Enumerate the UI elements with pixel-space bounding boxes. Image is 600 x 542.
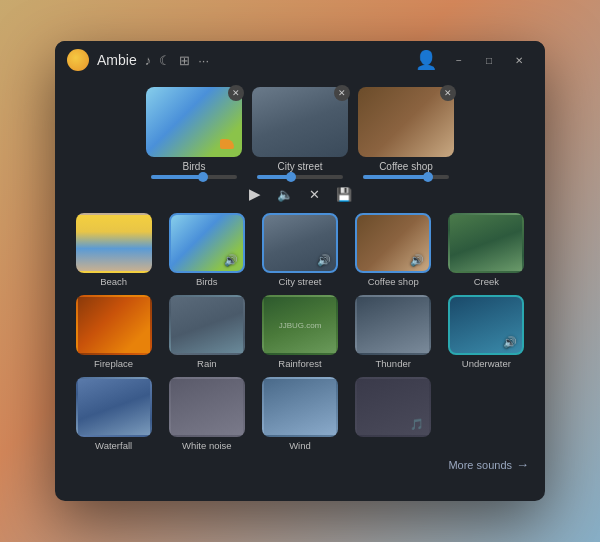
app-name: Ambie <box>97 52 137 68</box>
moon-icon[interactable]: ☾ <box>159 53 171 68</box>
slider-city[interactable] <box>257 175 343 179</box>
close-birds-button[interactable]: ✕ <box>228 85 244 101</box>
more-sounds-row: More sounds → <box>71 457 529 472</box>
app-window: Ambie ♪ ☾ ⊞ ··· 👤 − □ ✕ ✕ Birds <box>55 41 545 501</box>
close-button[interactable]: ✕ <box>505 48 533 72</box>
thumb-wind <box>262 377 338 437</box>
label-city: City street <box>279 276 322 287</box>
thumb-rain <box>169 295 245 355</box>
sound-card-whitenoise[interactable]: White noise <box>164 377 249 451</box>
label-beach: Beach <box>100 276 127 287</box>
thumb-city: 🔊 <box>262 213 338 273</box>
label-rainforest: Rainforest <box>278 358 321 369</box>
label-rain: Rain <box>197 358 217 369</box>
maximize-button[interactable]: □ <box>475 48 503 72</box>
sound-card-creek[interactable]: Creek <box>444 213 529 287</box>
sound-card-rainforest[interactable]: JJBUG.com Rainforest <box>257 295 342 369</box>
label-underwater: Underwater <box>462 358 511 369</box>
thumb-fireplace <box>76 295 152 355</box>
more-arrow-icon[interactable]: → <box>516 457 529 472</box>
thumb-beach <box>76 213 152 273</box>
label-coffee: Coffee shop <box>368 276 419 287</box>
thumb-underwater: 🔊 <box>448 295 524 355</box>
thumb-coffee: 🔊 <box>355 213 431 273</box>
vol-icon-birds: 🔊 <box>224 254 238 267</box>
app-logo <box>67 49 89 71</box>
thumb-waterfall <box>76 377 152 437</box>
sound-grid: Beach 🔊 Birds 🔊 City street 🔊 Coffee sho… <box>71 213 529 451</box>
label-birds: Birds <box>196 276 218 287</box>
active-sounds-section: ✕ Birds ✕ City street <box>71 87 529 179</box>
active-label-birds: Birds <box>183 161 206 172</box>
close-city-button[interactable]: ✕ <box>334 85 350 101</box>
active-thumb-birds <box>146 87 242 157</box>
thumb-rainforest: JJBUG.com <box>262 295 338 355</box>
active-label-city: City street <box>277 161 322 172</box>
label-creek: Creek <box>474 276 499 287</box>
label-whitenoise: White noise <box>182 440 232 451</box>
content-area: ✕ Birds ✕ City street <box>55 79 545 501</box>
slider-coffee[interactable] <box>363 175 449 179</box>
music-icon[interactable]: ♪ <box>145 53 152 68</box>
profile-icon[interactable]: 👤 <box>415 49 437 71</box>
active-label-coffee: Coffee shop <box>379 161 433 172</box>
active-card-birds: ✕ Birds <box>146 87 242 179</box>
thumb-thunder <box>355 295 431 355</box>
active-thumb-city <box>252 87 348 157</box>
transport-controls: ▶ 🔈 ✕ 💾 <box>71 185 529 203</box>
title-bar-left: Ambie ♪ ☾ ⊞ ··· <box>67 49 415 71</box>
sound-card-fireplace[interactable]: Fireplace <box>71 295 156 369</box>
thumb-birds: 🔊 <box>169 213 245 273</box>
more-icon[interactable]: ··· <box>198 53 209 68</box>
more-sounds-link[interactable]: More sounds <box>448 459 512 471</box>
sound-card-rain[interactable]: Rain <box>164 295 249 369</box>
label-fireplace: Fireplace <box>94 358 133 369</box>
label-thunder: Thunder <box>376 358 411 369</box>
label-wind: Wind <box>289 440 311 451</box>
thumb-creek <box>448 213 524 273</box>
save-button[interactable]: 💾 <box>336 187 352 202</box>
play-button[interactable]: ▶ <box>249 185 261 203</box>
active-card-city: ✕ City street <box>252 87 348 179</box>
close-coffee-button[interactable]: ✕ <box>440 85 456 101</box>
thumb-whitenoise <box>169 377 245 437</box>
minimize-button[interactable]: − <box>445 48 473 72</box>
sound-card-city[interactable]: 🔊 City street <box>257 213 342 287</box>
vol-icon-city: 🔊 <box>317 254 331 267</box>
thumb-fourth: 🎵 <box>355 377 431 437</box>
active-card-coffee: ✕ Coffee shop <box>358 87 454 179</box>
sound-card-coffee[interactable]: 🔊 Coffee shop <box>351 213 436 287</box>
label-waterfall: Waterfall <box>95 440 132 451</box>
title-bar: Ambie ♪ ☾ ⊞ ··· 👤 − □ ✕ <box>55 41 545 79</box>
sound-card-thunder[interactable]: Thunder <box>351 295 436 369</box>
mute-button[interactable]: 🔈 <box>277 187 293 202</box>
vol-icon-underwater: 🔊 <box>503 336 517 349</box>
vol-icon-coffee: 🔊 <box>410 254 424 267</box>
slider-birds[interactable] <box>151 175 237 179</box>
stop-button[interactable]: ✕ <box>309 187 320 202</box>
sound-card-beach[interactable]: Beach <box>71 213 156 287</box>
active-thumb-coffee <box>358 87 454 157</box>
sound-card-waterfall[interactable]: Waterfall <box>71 377 156 451</box>
sound-card-fourth[interactable]: 🎵 <box>351 377 436 451</box>
sound-card-wind[interactable]: Wind <box>257 377 342 451</box>
sound-card-underwater[interactable]: 🔊 Underwater <box>444 295 529 369</box>
sound-card-birds[interactable]: 🔊 Birds <box>164 213 249 287</box>
screen-icon[interactable]: ⊞ <box>179 53 190 68</box>
